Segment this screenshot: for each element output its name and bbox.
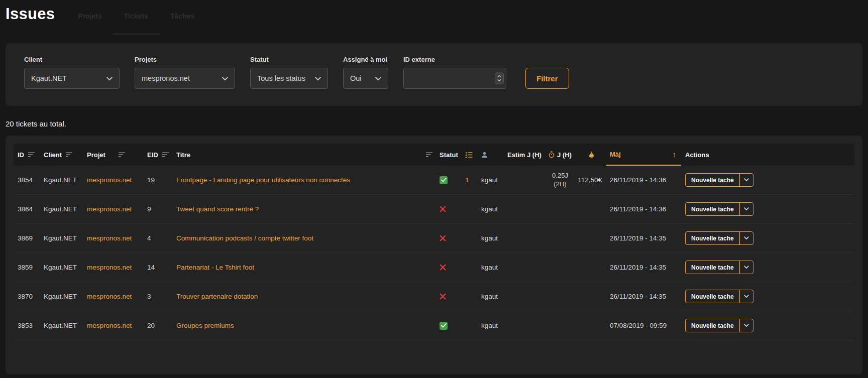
ticket-project-link[interactable]: mespronos.net xyxy=(87,322,132,329)
ticket-assignee: kgaut xyxy=(477,293,503,300)
header-time-spent[interactable]: J (H) xyxy=(545,144,576,166)
header-updated[interactable]: Màj ↑ xyxy=(606,144,681,166)
status-open-icon xyxy=(440,206,446,212)
header-id[interactable]: ID xyxy=(14,144,40,166)
filter-field-status: Statut Tous les status xyxy=(250,56,328,89)
ticket-project-link[interactable]: mespronos.net xyxy=(87,234,132,242)
new-task-button[interactable]: Nouvelle tache xyxy=(686,319,739,332)
new-task-dropdown-toggle[interactable] xyxy=(739,319,753,332)
ticket-title-link[interactable]: Trouver partenaire dotation xyxy=(176,293,258,300)
chevron-down-icon xyxy=(744,178,749,182)
ticket-status xyxy=(436,235,463,241)
chevron-down-icon xyxy=(744,324,749,327)
ticket-title-link[interactable]: Tweet quand score rentré ? xyxy=(176,205,259,213)
header-title[interactable]: Titre xyxy=(172,144,436,166)
table-row: 3870 Kgaut.NET mespronos.net 3 Trouver p… xyxy=(14,282,854,311)
user-icon xyxy=(481,152,488,158)
time-days: 0.25J xyxy=(552,172,568,180)
header-project[interactable]: Projet xyxy=(83,144,143,166)
ticket-client: Kgaut.NET xyxy=(40,293,83,300)
ticket-tasks-count-link[interactable]: 1 xyxy=(465,176,469,184)
nav-tab-label: Projets xyxy=(78,12,101,20)
number-stepper-icon[interactable] xyxy=(495,73,504,84)
ticket-status xyxy=(436,322,463,330)
sort-icon xyxy=(28,152,35,157)
table-body: 3854 Kgaut.NET mespronos.net 19 Frontpag… xyxy=(14,166,854,340)
ticket-id: 3859 xyxy=(14,264,40,271)
new-task-button[interactable]: Nouvelle tache xyxy=(686,232,739,244)
tickets-total-summary: 20 tickets au total. xyxy=(6,119,862,128)
table-row: 3869 Kgaut.NET mespronos.net 4 Communica… xyxy=(14,224,854,253)
ticket-eid: 3 xyxy=(143,293,172,300)
header-eid[interactable]: EID xyxy=(143,144,172,166)
ticket-project-link[interactable]: mespronos.net xyxy=(87,176,132,184)
filter-button[interactable]: Filtrer xyxy=(525,68,569,89)
new-task-split-button: Nouvelle tache xyxy=(685,290,753,303)
ticket-title-link[interactable]: Partenariat - Le Tshirt foot xyxy=(176,264,254,271)
sort-icon xyxy=(119,152,125,157)
header-assignee[interactable] xyxy=(477,144,503,166)
status-select[interactable]: Tous les status xyxy=(250,68,328,89)
ticket-eid: 19 xyxy=(143,176,172,184)
ticket-status xyxy=(436,264,463,271)
nav-tab-tickets[interactable]: Tickets xyxy=(113,5,159,35)
status-open-icon xyxy=(440,264,446,271)
chevron-down-icon xyxy=(315,74,321,82)
client-select[interactable]: Kgaut.NET xyxy=(24,68,120,89)
header-project-label: Projet xyxy=(87,151,105,159)
table-row: 3864 Kgaut.NET mespronos.net 9 Tweet qua… xyxy=(14,195,854,224)
client-label: Client xyxy=(24,56,120,63)
checklist-icon xyxy=(465,152,473,158)
page-title: Issues xyxy=(6,5,55,23)
time-hours: (2H) xyxy=(554,180,566,188)
filter-field-client: Client Kgaut.NET xyxy=(24,56,120,89)
ticket-title-link[interactable]: Groupes premiums xyxy=(176,322,234,329)
ticket-updated: 26/11/2019 - 14:35 xyxy=(606,234,681,242)
main-nav: Projets Tickets Tâches xyxy=(67,5,205,35)
header-actions: Actions xyxy=(681,144,854,166)
nav-tab-projets[interactable]: Projets xyxy=(67,5,113,35)
assigned-to-me-select[interactable]: Oui xyxy=(343,68,388,89)
sort-icon xyxy=(162,152,169,157)
ticket-status xyxy=(436,176,463,184)
header-cost[interactable] xyxy=(576,144,606,166)
page: Issues Projets Tickets Tâches Client Kga… xyxy=(0,0,868,374)
new-task-dropdown-toggle[interactable] xyxy=(739,174,753,186)
ticket-project-link[interactable]: mespronos.net xyxy=(87,264,132,271)
header-estimate[interactable]: Estim J (H) xyxy=(503,144,545,166)
ticket-updated: 26/11/2019 - 14:36 xyxy=(606,176,681,184)
header-tasks[interactable] xyxy=(463,144,477,166)
header-client[interactable]: Client xyxy=(40,144,83,166)
status-done-icon xyxy=(440,322,448,330)
assigned-to-me-label: Assigné à moi xyxy=(343,56,388,63)
new-task-button[interactable]: Nouvelle tache xyxy=(686,261,739,274)
nav-tab-taches[interactable]: Tâches xyxy=(159,5,205,35)
new-task-button[interactable]: Nouvelle tache xyxy=(686,290,739,303)
chevron-down-icon xyxy=(744,295,749,298)
ticket-id: 3853 xyxy=(14,322,40,329)
sort-icon xyxy=(66,152,72,157)
new-task-dropdown-toggle[interactable] xyxy=(739,261,753,274)
ticket-eid: 4 xyxy=(143,234,172,242)
ticket-title-link[interactable]: Frontpage - Landing page pour utilisateu… xyxy=(176,176,350,184)
header-status[interactable]: Statut xyxy=(436,144,463,166)
new-task-button[interactable]: Nouvelle tache xyxy=(686,174,739,186)
ticket-project-link[interactable]: mespronos.net xyxy=(87,205,132,213)
new-task-button[interactable]: Nouvelle tache xyxy=(686,203,739,215)
status-open-icon xyxy=(440,293,446,300)
ticket-id: 3869 xyxy=(14,234,40,242)
nav-tab-label: Tâches xyxy=(170,12,194,20)
new-task-dropdown-toggle[interactable] xyxy=(739,290,753,303)
ticket-id: 3870 xyxy=(14,293,40,300)
new-task-dropdown-toggle[interactable] xyxy=(739,232,753,244)
ticket-project-link[interactable]: mespronos.net xyxy=(87,293,132,300)
new-task-split-button: Nouvelle tache xyxy=(685,173,753,187)
new-task-dropdown-toggle[interactable] xyxy=(739,203,753,215)
chevron-down-icon xyxy=(744,207,749,211)
sort-icon xyxy=(426,152,432,157)
table-row: 3854 Kgaut.NET mespronos.net 19 Frontpag… xyxy=(14,166,854,195)
projects-select[interactable]: mespronos.net xyxy=(135,68,235,89)
chevron-down-icon xyxy=(375,74,381,82)
external-id-input[interactable] xyxy=(403,68,506,89)
ticket-title-link[interactable]: Communication podcasts / compte twitter … xyxy=(176,234,313,242)
